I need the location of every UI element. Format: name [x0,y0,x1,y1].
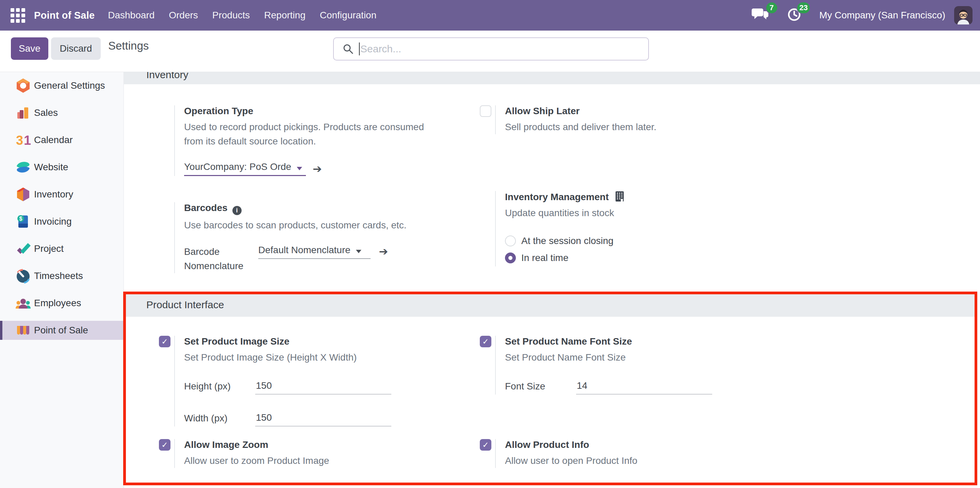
width-px-input[interactable] [255,412,391,426]
internal-link-arrow-icon[interactable]: ➔ [313,162,322,175]
activities-button[interactable]: 23 [787,7,802,24]
top-navbar: Point of Sale Dashboard Orders Products … [0,0,980,30]
general-settings-icon [15,78,31,94]
page-title: Settings [108,40,149,52]
font-size-input[interactable] [576,380,712,395]
chevron-down-icon [297,167,302,170]
apps-grid-icon[interactable] [10,8,25,23]
website-icon [15,159,31,175]
building-icon [615,191,624,202]
radio-option-session-closing[interactable]: At the session closing [505,233,795,249]
sidebar-item-general-settings[interactable]: General Settings [0,76,124,95]
setting-set-product-name-font-size: ✓ Set Product Name Font Size Set Product… [480,336,795,395]
sidebar-item-point-of-sale[interactable]: Point of Sale [0,321,124,340]
setting-label: Operation Type [184,105,253,117]
barcode-nomenclature-select[interactable]: Default Nomenclature [258,245,371,259]
field-label: Barcode Nomenclature [184,245,258,273]
setting-description: Sell products and deliver them later. [505,120,795,134]
setting-operation-type: Operation Type Used to record product pi… [159,105,469,176]
setting-label: Allow Image Zoom [184,439,268,451]
menu-dashboard[interactable]: Dashboard [101,0,162,30]
field-label: Font Size [505,381,576,395]
setting-allow-product-info: ✓ Allow Product Info Allow user to open … [480,439,795,468]
employees-icon [15,295,31,311]
sidebar-item-inventory[interactable]: Inventory [0,185,124,204]
allow-image-zoom-checkbox[interactable]: ✓ [159,439,170,451]
menu-configuration[interactable]: Configuration [313,0,384,30]
search-icon [343,43,353,54]
section-title: Product Interface [124,299,224,311]
settings-content: Inventory Operation Type Used to record … [124,72,980,488]
set-product-image-size-checkbox[interactable]: ✓ [159,336,170,347]
search-box[interactable] [333,37,649,60]
svg-text:$: $ [19,216,22,222]
sidebar-item-sales[interactable]: Sales [0,103,124,122]
sidebar-item-invoicing[interactable]: $ Invoicing [0,212,124,231]
sidebar-item-label: Website [34,162,68,173]
internal-link-arrow-icon[interactable]: ➔ [379,245,388,258]
allow-ship-later-checkbox[interactable] [480,105,492,117]
radio-icon [505,236,516,246]
setting-label: Set Product Name Font Size [505,336,632,347]
menu-products[interactable]: Products [205,0,257,30]
svg-text:1: 1 [24,133,31,147]
discard-button[interactable]: Discard [51,37,101,60]
setting-label: Allow Ship Later [505,105,579,117]
menu-orders[interactable]: Orders [162,0,205,30]
field-label: Width (px) [184,413,255,426]
sidebar-item-label: Timesheets [34,271,83,281]
app-brand[interactable]: Point of Sale [34,10,95,21]
operation-type-select[interactable]: YourCompany: PoS Orde [184,162,306,176]
company-switcher[interactable]: My Company (San Francisco) [819,10,945,21]
radio-option-real-time[interactable]: In real time [505,249,795,266]
setting-description: Set Product Image Size (Height X Width) [184,350,469,364]
sidebar-item-timesheets[interactable]: Timesheets [0,266,124,285]
top-menu: Dashboard Orders Products Reporting Conf… [101,0,383,30]
setting-inventory-management: Inventory Management Update quantities i… [480,191,795,266]
allow-product-info-checkbox[interactable]: ✓ [480,439,492,451]
setting-label: Allow Product Info [505,439,589,451]
sales-icon [15,105,31,121]
point-of-sale-icon [15,322,31,339]
setting-label: Set Product Image Size [184,336,290,347]
invoicing-icon: $ [15,214,31,230]
menu-reporting[interactable]: Reporting [257,0,312,30]
setting-set-product-image-size: ✓ Set Product Image Size Set Product Ima… [159,336,469,426]
setting-label: Barcodes [184,202,228,214]
timesheets-icon [15,268,31,284]
setting-description: Use barcodes to scan products, customer … [184,218,469,233]
height-px-input[interactable] [255,380,391,395]
avatar-image [954,6,972,24]
save-button[interactable]: Save [11,37,48,60]
info-icon[interactable]: i [232,206,242,215]
calendar-icon: 3 1 [15,132,31,148]
setting-barcodes: Barcodesi Use barcodes to scan products,… [159,202,469,273]
section-header-product-interface: Product Interface [124,293,975,317]
setting-description: Set Product Name Font Size [505,350,795,364]
inventory-icon [15,186,31,203]
sidebar-item-label: Project [34,243,64,254]
setting-description: Update quantities in stock [505,206,795,220]
search-input[interactable] [360,39,648,59]
user-avatar[interactable] [954,6,972,24]
sidebar-item-label: Invoicing [34,216,72,227]
sidebar-item-project[interactable]: Project [0,239,124,258]
messages-badge: 7 [765,2,778,14]
setting-description: Allow user to zoom Product Image [184,454,469,468]
section-title: Inventory [124,72,980,81]
sidebar-item-label: General Settings [34,80,105,91]
sidebar-item-label: Employees [34,298,81,309]
field-label: Height (px) [184,381,255,395]
sidebar-item-label: Sales [34,108,58,118]
radio-selected-icon [505,252,516,263]
control-panel: Save Discard Settings [0,30,980,72]
messages-button[interactable]: 7 [751,7,769,24]
set-product-name-font-size-checkbox[interactable]: ✓ [480,336,492,347]
setting-description: Used to record product pickings. Product… [184,120,469,149]
sidebar-item-employees[interactable]: Employees [0,294,124,313]
sidebar-item-label: Calendar [34,135,73,146]
sidebar-item-label: Inventory [34,189,73,200]
section-header-inventory: Inventory [124,72,980,84]
sidebar-item-website[interactable]: Website [0,158,124,177]
sidebar-item-calendar[interactable]: 3 1 Calendar [0,130,124,149]
